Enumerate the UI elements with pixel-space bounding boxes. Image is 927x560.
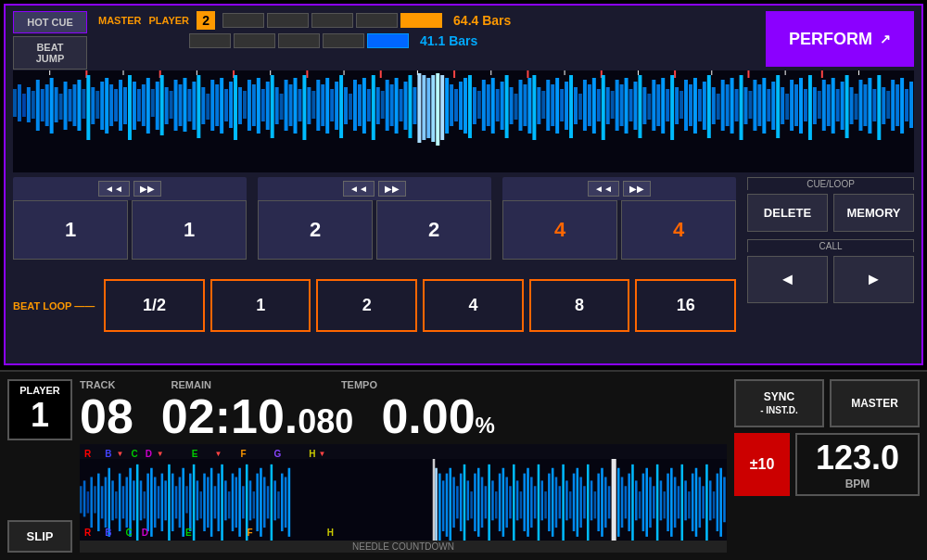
svg-rect-352 [684,480,687,520]
svg-rect-68 [215,84,219,126]
svg-rect-127 [487,84,490,126]
hotcue-btn-2a[interactable]: 2 [258,200,373,260]
beatloop-8[interactable]: 8 [529,279,630,332]
hotcue-nav-left-1[interactable]: ◄◄ [98,181,130,197]
svg-rect-93 [330,89,334,121]
plus-minus-button[interactable]: ±10 [734,433,790,496]
svg-rect-76 [252,84,256,126]
hotcue-btn-3b[interactable]: 4 [621,200,736,260]
beatloop-4[interactable]: 4 [423,279,524,332]
svg-rect-171 [689,84,692,126]
svg-rect-195 [799,78,803,134]
svg-rect-225 [94,486,96,513]
hotcue-nav-right-3[interactable]: ▶▶ [623,181,651,197]
svg-rect-260 [217,474,220,531]
svg-rect-82 [280,94,284,120]
track-num: 08 [80,392,133,440]
svg-rect-35 [64,82,68,130]
right-controls: SYNC- INST.D. MASTER ±10 123.0 BPM [734,379,920,553]
svg-rect-85 [294,78,298,134]
hotcue-nav-3: ◄◄ ▶▶ [502,177,736,200]
svg-rect-176 [712,87,716,124]
hotcue-btn-1b[interactable]: 1 [132,200,247,260]
svg-rect-211 [872,89,876,121]
svg-rect-141 [551,84,554,126]
hot-cue-button[interactable]: HOT CUE [13,11,87,33]
svg-rect-59 [174,80,178,131]
beatloop-2[interactable]: 2 [316,279,417,332]
svg-rect-226 [97,474,100,531]
hotcue-btn-2b[interactable]: 2 [376,200,491,260]
svg-rect-273 [263,477,266,528]
hotcue-nav-2: ◄◄ ▶▶ [258,177,491,200]
cue-loop-label: CUE/LOOP [747,177,914,190]
svg-rect-345 [660,480,663,520]
hotcue-nav-right-2[interactable]: ▶▶ [378,181,406,197]
seg-b3 [278,33,320,48]
tempo-pct: % [476,413,495,438]
master-button[interactable]: MASTER [830,379,920,427]
svg-rect-112 [417,73,421,143]
svg-rect-146 [574,87,578,124]
svg-rect-47 [119,80,122,131]
hotcue-btn-1a[interactable]: 1 [13,200,128,260]
memory-button[interactable]: MEMORY [833,194,914,232]
svg-rect-67 [210,80,214,131]
svg-rect-206 [850,87,854,124]
svg-rect-163 [652,80,655,131]
beat-jump-button[interactable]: BEAT JUMP [13,36,87,70]
svg-rect-185 [753,80,756,131]
svg-rect-191 [781,87,784,124]
beatloop-half[interactable]: 1/2 [104,279,205,332]
svg-rect-262 [224,480,227,520]
cue-c-top: C [131,449,137,459]
svg-rect-230 [111,480,114,520]
svg-rect-313 [544,491,547,518]
svg-rect-81 [275,87,279,124]
hotcue-nav-right-1[interactable]: ▶▶ [133,181,161,197]
svg-rect-119 [450,84,453,126]
svg-rect-256 [203,474,206,531]
sync-button[interactable]: SYNC- INST.D. [734,379,824,427]
svg-rect-162 [647,94,651,120]
beatloop-section: BEAT LOOP —— 1/2 1 2 4 8 16 [13,279,736,332]
perform-button[interactable]: PERFORM ↗ [766,11,914,67]
hotcue-btn-3a[interactable]: 4 [502,200,617,260]
call-next-button[interactable]: ► [833,256,914,303]
svg-rect-46 [114,89,118,121]
svg-rect-157 [625,78,629,134]
delete-button[interactable]: DELETE [747,194,828,232]
svg-rect-28 [32,91,35,119]
svg-rect-336 [628,474,630,531]
svg-rect-288 [456,486,459,518]
svg-rect-359 [709,480,712,520]
svg-rect-142 [555,78,559,134]
svg-rect-271 [256,474,259,531]
hotcue-nav-left-2[interactable]: ◄◄ [343,181,375,197]
svg-rect-140 [546,80,550,131]
svg-rect-200 [822,80,826,131]
svg-rect-83 [285,80,288,131]
svg-rect-91 [321,84,324,126]
slip-button[interactable]: SLIP [7,520,72,553]
cue-e-top: E [192,449,198,459]
svg-rect-77 [257,78,260,134]
svg-rect-45 [109,84,113,126]
svg-rect-347 [667,474,669,531]
beatloop-16[interactable]: 16 [635,279,736,332]
svg-rect-29 [36,80,40,131]
bpm-display: 123.0 BPM [795,433,920,496]
svg-rect-265 [235,477,238,528]
svg-rect-145 [569,75,573,138]
svg-rect-202 [832,78,835,134]
svg-rect-57 [165,87,169,124]
call-prev-button[interactable]: ◄ [747,256,828,303]
svg-rect-110 [408,75,412,138]
beatloop-1[interactable]: 1 [210,279,311,332]
hotcue-nav-left-3[interactable]: ◄◄ [588,181,619,197]
cue-b-bot: B [105,528,111,538]
svg-rect-61 [183,78,186,132]
svg-rect-52 [142,84,146,126]
svg-rect-31 [45,84,49,126]
hotcue-group-2: ◄◄ ▶▶ 2 2 [258,177,491,260]
